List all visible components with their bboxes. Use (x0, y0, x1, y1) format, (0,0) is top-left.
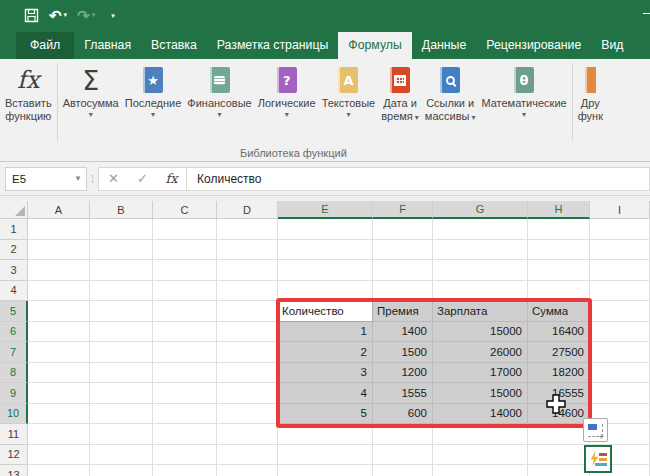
enter-button[interactable]: ✓ (128, 171, 157, 186)
cell-E11[interactable] (278, 424, 373, 445)
cell-F8[interactable]: 1200 (373, 363, 433, 384)
cell-C2[interactable] (153, 240, 217, 261)
cell-I9[interactable] (590, 383, 650, 404)
cell-E4[interactable] (278, 281, 373, 302)
cell-B13[interactable] (90, 465, 153, 476)
cell-D7[interactable] (217, 342, 278, 363)
cell-H4[interactable] (528, 281, 590, 302)
cell-I1[interactable] (590, 219, 650, 240)
cell-F5[interactable]: Премия (373, 301, 433, 322)
tab-insert[interactable]: Вставка (141, 32, 207, 59)
cell-G12[interactable] (433, 445, 528, 466)
cell-F12[interactable] (373, 445, 433, 466)
cell-A2[interactable] (28, 240, 90, 261)
row-header-1[interactable]: 1 (0, 219, 28, 240)
column-header-H[interactable]: H (528, 201, 590, 219)
tab-file[interactable]: Файл (16, 32, 74, 59)
cell-E2[interactable] (278, 240, 373, 261)
cell-F7[interactable]: 1500 (373, 342, 433, 363)
cell-B10[interactable] (90, 404, 153, 425)
cell-B5[interactable] (90, 301, 153, 322)
cell-C6[interactable] (153, 322, 217, 343)
undo-button[interactable]: ↶ ▾ (49, 8, 67, 23)
cell-G3[interactable] (433, 260, 528, 281)
insert-function-button[interactable]: fxВставитьфункцию (2, 59, 55, 145)
cell-H13[interactable] (528, 465, 590, 476)
row-header-13[interactable]: 13 (0, 465, 28, 476)
cell-B7[interactable] (90, 342, 153, 363)
row-header-5[interactable]: 5 (0, 301, 28, 322)
text-button[interactable]: AТекстовые▾ (319, 59, 379, 145)
cell-E10[interactable]: 5 (278, 404, 373, 425)
tab-view[interactable]: Вид (591, 32, 633, 59)
cell-F1[interactable] (373, 219, 433, 240)
cell-F4[interactable] (373, 281, 433, 302)
cell-G2[interactable] (433, 240, 528, 261)
cell-G4[interactable] (433, 281, 528, 302)
cell-H12[interactable] (528, 445, 590, 466)
cell-G7[interactable]: 26000 (433, 342, 528, 363)
cell-F10[interactable]: 600 (373, 404, 433, 425)
column-header-F[interactable]: F (373, 201, 433, 219)
cell-F2[interactable] (373, 240, 433, 261)
row-header-2[interactable]: 2 (0, 240, 28, 261)
cell-D4[interactable] (217, 281, 278, 302)
cell-B12[interactable] (90, 445, 153, 466)
lookup-reference-button[interactable]: Ссылки имассивы▾ (422, 59, 479, 145)
tab-review[interactable]: Рецензирование (476, 32, 591, 59)
cell-C12[interactable] (153, 445, 217, 466)
cell-A9[interactable] (28, 383, 90, 404)
cell-G11[interactable] (433, 424, 528, 445)
cell-E13[interactable] (278, 465, 373, 476)
cell-D6[interactable] (217, 322, 278, 343)
row-header-9[interactable]: 9 (0, 383, 28, 404)
cell-E9[interactable]: 4 (278, 383, 373, 404)
date-time-button[interactable]: Дата ивремя▾ (378, 59, 422, 145)
cell-D8[interactable] (217, 363, 278, 384)
cell-G10[interactable]: 14000 (433, 404, 528, 425)
cell-B2[interactable] (90, 240, 153, 261)
cell-C9[interactable] (153, 383, 217, 404)
row-header-7[interactable]: 7 (0, 342, 28, 363)
customize-quick-access-button[interactable]: ▾ (111, 13, 115, 18)
cell-A13[interactable] (28, 465, 90, 476)
row-header-8[interactable]: 8 (0, 363, 28, 384)
cell-A1[interactable] (28, 219, 90, 240)
cell-C10[interactable] (153, 404, 217, 425)
cell-E7[interactable]: 2 (278, 342, 373, 363)
cell-B3[interactable] (90, 260, 153, 281)
cell-H7[interactable]: 27500 (528, 342, 590, 363)
cell-F6[interactable]: 1400 (373, 322, 433, 343)
tab-data[interactable]: Данные (412, 32, 476, 59)
cell-H1[interactable] (528, 219, 590, 240)
cell-C4[interactable] (153, 281, 217, 302)
row-header-3[interactable]: 3 (0, 260, 28, 281)
column-header-B[interactable]: B (90, 201, 153, 219)
cell-H3[interactable] (528, 260, 590, 281)
save-button[interactable] (24, 8, 39, 23)
cell-B4[interactable] (90, 281, 153, 302)
cell-H8[interactable]: 18200 (528, 363, 590, 384)
cell-G13[interactable] (433, 465, 528, 476)
cancel-button[interactable]: ✕ (99, 171, 128, 186)
cell-B9[interactable] (90, 383, 153, 404)
cell-D5[interactable] (217, 301, 278, 322)
cell-I8[interactable] (590, 363, 650, 384)
logical-button[interactable]: ?Логические▾ (255, 59, 319, 145)
cell-D13[interactable] (217, 465, 278, 476)
row-header-10[interactable]: 10 (0, 404, 28, 425)
cell-G8[interactable]: 17000 (433, 363, 528, 384)
cell-E5[interactable]: Количество (278, 301, 373, 322)
cell-D11[interactable] (217, 424, 278, 445)
cell-D2[interactable] (217, 240, 278, 261)
cell-E1[interactable] (278, 219, 373, 240)
cell-I5[interactable] (590, 301, 650, 322)
row-header-4[interactable]: 4 (0, 281, 28, 302)
cell-C5[interactable] (153, 301, 217, 322)
column-header-E[interactable]: E (278, 201, 373, 219)
cell-A10[interactable] (28, 404, 90, 425)
column-header-I[interactable]: I (590, 201, 650, 219)
cell-A8[interactable] (28, 363, 90, 384)
cell-H11[interactable] (528, 424, 590, 445)
cell-C11[interactable] (153, 424, 217, 445)
